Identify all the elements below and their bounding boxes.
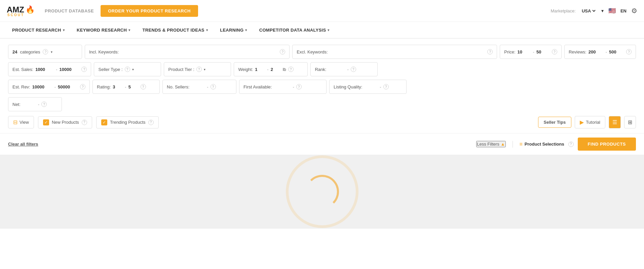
seller-type-help-icon[interactable]: ? bbox=[125, 67, 130, 72]
listing-quality-help-icon[interactable]: ? bbox=[383, 84, 389, 89]
trending-products-toggle[interactable]: ✓ Trending Products ? bbox=[96, 116, 159, 128]
trending-products-help-icon[interactable]: ? bbox=[148, 120, 154, 125]
no-sellers-help-icon[interactable]: ? bbox=[211, 84, 216, 89]
first-available-filter[interactable]: First Available: - ? bbox=[239, 80, 327, 94]
grid-view-button[interactable]: ⊞ bbox=[624, 116, 636, 128]
find-products-button[interactable]: FIND PRODUCTS bbox=[578, 138, 636, 151]
weight-help-icon[interactable]: ? bbox=[288, 67, 294, 72]
clear-filters-link[interactable]: Clear all filters bbox=[8, 142, 38, 147]
est-rev-min-input[interactable] bbox=[32, 84, 52, 89]
product-selections-button[interactable]: ≡ Product Selections bbox=[520, 141, 564, 147]
categories-filter[interactable]: 24 categories ? ▾ bbox=[8, 45, 82, 59]
weight-filter[interactable]: Weight: - lb ? bbox=[234, 62, 308, 76]
est-rev-max-input[interactable] bbox=[58, 84, 78, 89]
nav-arrow-competitor: ▾ bbox=[328, 28, 329, 32]
rating-help-icon[interactable]: ? bbox=[141, 84, 146, 89]
price-max-input[interactable] bbox=[536, 49, 550, 54]
nav-item-learning[interactable]: LEARNING ▾ bbox=[215, 22, 253, 38]
product-selections-help-icon[interactable]: ? bbox=[568, 142, 574, 147]
rating-min-input[interactable] bbox=[113, 84, 123, 89]
est-sales-min-input[interactable] bbox=[35, 67, 54, 72]
nav-label-trends: TRENDS & PRODUCT IDEAS bbox=[143, 28, 204, 33]
settings-gear-icon[interactable]: ⚙ bbox=[631, 7, 637, 15]
rank-filter[interactable]: Rank: - ? bbox=[310, 62, 378, 76]
price-filter[interactable]: Price: - ? bbox=[500, 45, 562, 59]
categories-help-icon[interactable]: ? bbox=[43, 49, 48, 54]
filter-row-3: Est. Rev: - ? Rating: - ? No. Sellers: -… bbox=[8, 80, 636, 94]
product-tier-label: Product Tier : bbox=[168, 67, 194, 72]
top-bar-right: Marketplace: USA ▾ 🇺🇸 EN ⚙ bbox=[551, 7, 637, 15]
reviews-max-input[interactable] bbox=[609, 49, 624, 54]
categories-dropdown-icon[interactable]: ▾ bbox=[51, 50, 52, 54]
listing-quality-filter[interactable]: Listing Quality: - ? bbox=[329, 80, 407, 94]
view-button[interactable]: ⊟ View bbox=[8, 116, 34, 128]
marketplace-label: Marketplace: bbox=[551, 8, 576, 13]
nav-item-trends[interactable]: TRENDS & PRODUCT IDEAS ▾ bbox=[137, 22, 214, 38]
listing-quality-min-input[interactable] bbox=[364, 84, 378, 89]
weight-min-input[interactable] bbox=[255, 67, 265, 72]
rating-filter[interactable]: Rating: - ? bbox=[92, 80, 160, 94]
incl-keywords-input[interactable] bbox=[121, 49, 278, 54]
incl-keywords-filter[interactable]: Incl. Keywords: ? bbox=[85, 45, 290, 59]
less-filters-button[interactable]: Less Filters ▲ bbox=[476, 141, 505, 147]
weight-max-input[interactable] bbox=[271, 67, 281, 72]
no-sellers-min-input[interactable] bbox=[191, 84, 205, 89]
seller-tips-button[interactable]: Seller Tips bbox=[538, 117, 572, 128]
est-rev-help-icon[interactable]: ? bbox=[80, 84, 85, 89]
language-button[interactable]: EN bbox=[620, 8, 627, 13]
nav-label-product-research: PRODUCT RESEARCH bbox=[12, 28, 61, 33]
seller-type-filter[interactable]: Seller Type : ? ▾ bbox=[94, 62, 161, 76]
price-help-icon[interactable]: ? bbox=[552, 49, 557, 54]
logo[interactable]: AMZ 🔥 SCOUT bbox=[7, 5, 35, 17]
nav-label-competitor: COMPETITOR DATA ANALYSIS bbox=[259, 28, 326, 33]
net-filter[interactable]: Net: - ? bbox=[8, 97, 62, 111]
est-sales-help-icon[interactable]: ? bbox=[81, 67, 87, 72]
nav-label-keyword-research: KEYWORD RESEARCH bbox=[77, 28, 127, 33]
new-products-toggle[interactable]: ✓ New Products ? bbox=[38, 116, 92, 128]
reviews-filter[interactable]: Reviews: - ? bbox=[564, 45, 636, 59]
net-help-icon[interactable]: ? bbox=[41, 102, 47, 107]
reviews-min-input[interactable] bbox=[589, 49, 604, 54]
nav-item-keyword-research[interactable]: KEYWORD RESEARCH ▾ bbox=[71, 22, 136, 38]
excl-keywords-input[interactable] bbox=[330, 49, 486, 54]
net-min-input[interactable] bbox=[23, 102, 36, 107]
nav-arrow-product-research: ▾ bbox=[63, 28, 65, 32]
weight-separator: - bbox=[267, 67, 268, 72]
first-available-separator: - bbox=[293, 84, 294, 89]
product-tier-help-icon[interactable]: ? bbox=[196, 67, 202, 72]
excl-keywords-label: Excl. Keywords: bbox=[297, 49, 328, 54]
excl-keywords-help-icon[interactable]: ? bbox=[487, 49, 493, 54]
nav-item-product-research[interactable]: PRODUCT RESEARCH ▾ bbox=[7, 22, 70, 38]
seller-type-label: Seller Type : bbox=[98, 67, 122, 72]
filter-row-1: 24 categories ? ▾ Incl. Keywords: ? Excl… bbox=[8, 45, 636, 59]
list-view-button[interactable]: ☰ bbox=[609, 116, 621, 128]
rating-max-input[interactable] bbox=[128, 84, 139, 89]
no-sellers-filter[interactable]: No. Sellers: - ? bbox=[162, 80, 236, 94]
first-available-min-input[interactable] bbox=[274, 84, 291, 89]
rating-separator: - bbox=[125, 84, 126, 89]
marketplace-select[interactable]: USA bbox=[580, 8, 597, 14]
incl-keywords-help-icon[interactable]: ? bbox=[280, 49, 285, 54]
est-sales-filter[interactable]: Est. Sales: - ? bbox=[8, 62, 91, 76]
rank-min-input[interactable] bbox=[328, 67, 345, 72]
rank-help-icon[interactable]: ? bbox=[351, 67, 356, 72]
order-research-button[interactable]: ORDER YOUR PRODUCT RESEARCH bbox=[101, 5, 198, 17]
seller-type-dropdown-icon[interactable]: ▾ bbox=[132, 68, 134, 71]
filter-row-4: Net: - ? bbox=[8, 97, 636, 111]
first-available-help-icon[interactable]: ? bbox=[296, 84, 302, 89]
new-products-help-icon[interactable]: ? bbox=[82, 120, 87, 125]
est-rev-filter[interactable]: Est. Rev: - ? bbox=[8, 80, 90, 94]
excl-keywords-filter[interactable]: Excl. Keywords: ? bbox=[292, 45, 497, 59]
est-sales-max-input[interactable] bbox=[59, 67, 79, 72]
list-filter-icon: ≡ bbox=[520, 141, 523, 147]
nav-label-learning: LEARNING bbox=[220, 28, 243, 33]
product-tier-filter[interactable]: Product Tier : ? ▾ bbox=[164, 62, 231, 76]
nav-item-competitor[interactable]: COMPETITOR DATA ANALYSIS ▾ bbox=[254, 22, 335, 38]
reviews-help-icon[interactable]: ? bbox=[626, 49, 632, 54]
est-sales-separator: - bbox=[56, 67, 57, 72]
price-min-input[interactable] bbox=[518, 49, 531, 54]
divider bbox=[513, 141, 513, 148]
tutorial-button[interactable]: ▶ Tutorial bbox=[575, 116, 605, 128]
product-database-link[interactable]: PRODUCT DATABASE bbox=[45, 8, 94, 13]
product-tier-dropdown-icon[interactable]: ▾ bbox=[204, 68, 205, 71]
